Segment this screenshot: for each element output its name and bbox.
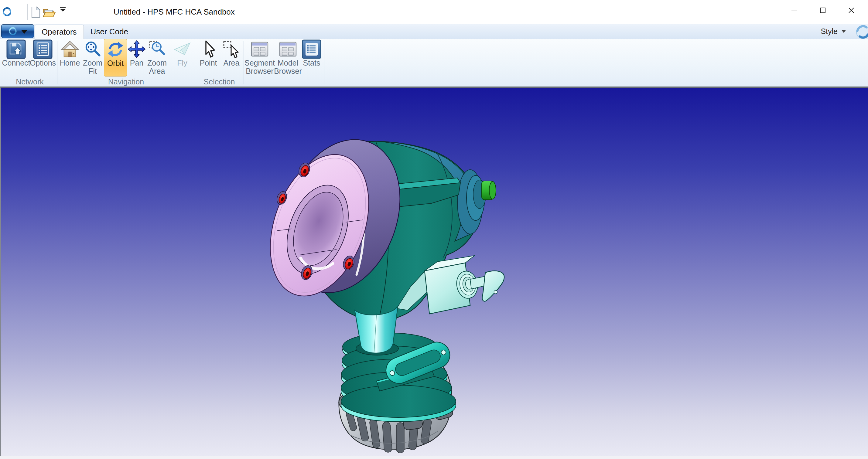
stats-button[interactable]: Stats (303, 39, 321, 76)
maximize-button[interactable] (808, 0, 837, 21)
button-label-2: Browser (246, 67, 274, 75)
app-swirl-icon (2, 6, 12, 17)
ribbon: Connect Options (0, 39, 868, 87)
zoom-fit-icon (83, 39, 102, 59)
fly-button[interactable]: Fly (172, 39, 192, 76)
button-label: Orbit (107, 59, 124, 67)
new-document-button[interactable] (30, 6, 41, 18)
button-label: Model (278, 59, 298, 67)
dropdown-arrow-icon (841, 30, 846, 33)
button-label: Connect (2, 59, 30, 67)
model-browser-icon (278, 39, 298, 59)
button-label: Pan (130, 59, 143, 67)
button-label-2: Fit (88, 67, 97, 75)
zoom-fit-button[interactable]: Zoom Fit (82, 39, 104, 76)
tab-operators[interactable]: Operators (35, 25, 84, 39)
button-label: Zoom (147, 59, 167, 67)
button-label: Stats (303, 59, 320, 67)
point-select-button[interactable]: Point (197, 39, 219, 76)
title-separator (109, 4, 109, 20)
window-bottom-edge (0, 456, 868, 459)
style-label: Style (820, 27, 838, 36)
group-label-network: Network (2, 77, 57, 86)
app-menu-caret-icon (21, 30, 28, 34)
window-title: Untitled - HPS MFC HCA Sandbox (114, 0, 235, 24)
fly-icon (173, 39, 192, 59)
zoom-area-button[interactable]: Zoom Area (146, 39, 168, 76)
open-file-button[interactable] (42, 6, 57, 18)
zoom-area-icon (147, 39, 167, 59)
button-label: Fly (177, 59, 187, 67)
segment-browser-button[interactable]: Segment Browser (245, 39, 274, 76)
button-label-2: Area (149, 67, 165, 75)
hoops-logo-icon (854, 24, 868, 39)
title-bar: Untitled - HPS MFC HCA Sandbox (0, 0, 868, 24)
close-icon (847, 6, 855, 14)
group-label-navigation: Navigation (57, 77, 195, 86)
maximize-icon (819, 6, 827, 14)
group-separator (324, 41, 324, 85)
new-document-icon (30, 6, 41, 18)
window-controls (780, 0, 866, 21)
minimize-button[interactable] (780, 0, 808, 21)
button-label: Home (60, 59, 80, 67)
options-icon (33, 39, 53, 59)
close-button[interactable] (837, 0, 866, 21)
orbit-icon (106, 40, 125, 59)
qat-customize-button[interactable] (60, 6, 67, 13)
style-dropdown[interactable]: Style (820, 24, 846, 39)
segment-browser-icon (250, 39, 269, 59)
connect-button[interactable]: Connect (2, 39, 30, 76)
quick-access-dropdown-icon (60, 6, 67, 13)
3d-viewport[interactable] (0, 87, 868, 456)
hoops-swirl-icon (8, 26, 18, 36)
button-label: Point (200, 59, 217, 67)
application-menu-button[interactable] (1, 24, 34, 38)
button-label-2: Browser (274, 67, 302, 75)
button-label: Zoom (83, 59, 102, 67)
area-select-icon (222, 39, 241, 59)
button-label: Options (30, 59, 56, 67)
ribbon-tab-bar: Operators User Code Style (0, 24, 868, 39)
connect-icon (6, 39, 26, 59)
button-label: Area (223, 59, 240, 67)
minimize-icon (790, 6, 798, 14)
pan-button[interactable]: Pan (127, 39, 146, 76)
group-label-selection: Selection (195, 77, 244, 86)
model-knob-green[interactable] (482, 181, 496, 200)
orbit-button[interactable]: Orbit (104, 39, 127, 76)
tab-user-code[interactable]: User Code (84, 25, 135, 39)
qat-separator (27, 4, 28, 20)
model-browser-button[interactable]: Model Browser (274, 39, 302, 76)
home-icon (60, 39, 80, 59)
pan-icon (127, 39, 146, 59)
point-select-icon (198, 39, 218, 59)
area-select-button[interactable]: Area (220, 39, 242, 76)
cad-model[interactable] (0, 87, 868, 456)
model-neck[interactable] (355, 306, 399, 355)
options-button[interactable]: Options (29, 39, 57, 76)
home-button[interactable]: Home (59, 39, 81, 76)
group-label-browsers (244, 77, 324, 86)
open-folder-icon (42, 6, 57, 18)
stats-icon (302, 39, 321, 59)
button-label: Segment (245, 59, 275, 67)
